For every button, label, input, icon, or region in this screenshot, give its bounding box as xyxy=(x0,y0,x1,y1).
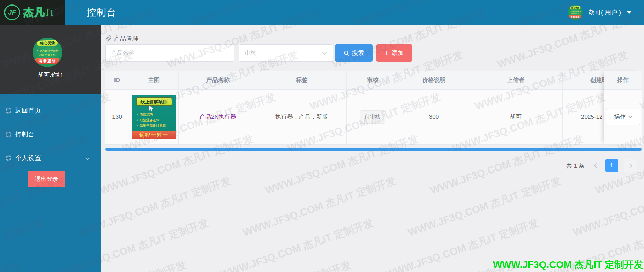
check-icon: ✓ xyxy=(136,118,139,122)
sidebar-profile-section: 核心优势 ✓ 架构设计全解析 思路一目了然 清晰逻辑 胡可,你好 xyxy=(0,25,101,94)
pagination-prev-icon[interactable] xyxy=(594,163,599,168)
fixed-action-column: 操作 操作 xyxy=(604,71,642,145)
chevron-down-icon xyxy=(85,156,90,160)
product-table: ID 主图 产品名称 标签 审核 价格说明 上传者 创建时间 130 线上讲解项… xyxy=(105,71,642,145)
brand-logo[interactable]: JF 杰凡IT xyxy=(0,0,65,25)
sidebar-avatar: 核心优势 ✓ 架构设计全解析 思路一目了然 清晰逻辑 xyxy=(33,38,62,67)
audit-status-badge: 待审核 xyxy=(360,110,385,124)
dashboard-icon xyxy=(5,155,12,161)
search-icon xyxy=(343,50,349,56)
dashboard-icon xyxy=(5,107,12,114)
pagination-next-icon[interactable] xyxy=(624,159,637,172)
col-header-uploader: 上传者 xyxy=(469,71,563,90)
user-name: 胡可( 用户 ) xyxy=(589,8,621,17)
logout-button[interactable]: 退出登录 xyxy=(28,171,65,187)
product-name-link[interactable]: 产品2N执行器 xyxy=(199,113,236,121)
col-header-price: 价格说明 xyxy=(399,71,469,90)
cell-product-name: 产品2N执行器 xyxy=(179,90,257,145)
cursor-icon xyxy=(149,105,154,112)
sidebar-greeting: 胡可,你好 xyxy=(0,71,101,79)
pagination-page-1[interactable]: 1 xyxy=(605,159,618,172)
page-header-title: 控制台 xyxy=(87,0,117,25)
sidebar-menu: 返回首页 控制台 个人设置 退出登录 xyxy=(0,94,101,272)
top-header: JF 杰凡IT 控制台 核心优势 ✓ 架构设计全解析 思路一目了然 清晰逻辑 胡… xyxy=(0,0,644,25)
table-row: 130 线上讲解项目 ✓看懂源码 ✓理清业务逻辑 ✓清晰呈现设计思路 远程一对一… xyxy=(105,90,642,145)
user-menu[interactable]: 核心优势 ✓ 架构设计全解析 思路一目了然 清晰逻辑 胡可( 用户 ) xyxy=(568,0,632,25)
table-header-row: ID 主图 产品名称 标签 审核 价格说明 上传者 创建时间 xyxy=(105,71,642,90)
cell-uploader: 胡可 xyxy=(469,90,563,145)
row-action-dropdown[interactable]: 操作 xyxy=(606,109,640,125)
chevron-down-icon xyxy=(322,50,327,55)
plus-icon: + xyxy=(385,49,389,56)
add-button[interactable]: + 添加 xyxy=(376,44,412,62)
cell-price: 300 xyxy=(399,90,469,145)
cell-audit: 待审核 xyxy=(347,90,399,145)
app-root: JF 杰凡IT 控制台 核心优势 ✓ 架构设计全解析 思路一目了然 清晰逻辑 胡… xyxy=(0,0,644,272)
pagination: 共 1 条 1 xyxy=(566,159,637,172)
cell-tags: 执行器，产品，新版 xyxy=(257,90,347,145)
user-avatar: 核心优势 ✓ 架构设计全解析 思路一目了然 清晰逻辑 xyxy=(568,5,583,20)
col-header-audit: 审核 xyxy=(347,71,399,90)
sidebar-item-console[interactable]: 控制台 xyxy=(0,125,101,144)
check-icon: ✓ xyxy=(36,49,39,52)
product-name-input[interactable] xyxy=(105,44,234,62)
breadcrumb: 产品管理 xyxy=(105,34,139,43)
pagination-total: 共 1 条 xyxy=(566,162,585,170)
brand-logo-monogram: JF xyxy=(4,4,20,20)
col-header-id: ID xyxy=(105,71,129,90)
paperclip-icon xyxy=(105,35,111,42)
col-header-name: 产品名称 xyxy=(179,71,257,90)
chevron-down-icon xyxy=(628,114,632,118)
check-icon: ✓ xyxy=(569,11,570,12)
product-thumbnail[interactable]: 线上讲解项目 ✓看懂源码 ✓理清业务逻辑 ✓清晰呈现设计思路 远程一对一 xyxy=(132,95,176,139)
horizontal-scrollbar[interactable] xyxy=(105,148,642,151)
dashboard-icon xyxy=(5,131,12,138)
cell-id: 130 xyxy=(105,90,129,145)
col-header-image: 主图 xyxy=(129,71,179,90)
sidebar-item-settings[interactable]: 个人设置 xyxy=(0,148,101,168)
search-toolbar: 审核 搜索 + 添加 xyxy=(105,44,412,62)
check-icon: ✓ xyxy=(136,124,139,127)
search-button[interactable]: 搜索 xyxy=(335,44,373,62)
main-content: 产品管理 审核 搜索 + 添加 ID 主图 产品名称 标签 审核 xyxy=(101,25,644,272)
audit-select[interactable]: 审核 xyxy=(239,44,333,62)
brand-logo-text: 杰凡IT xyxy=(23,6,56,20)
check-icon: ✓ xyxy=(136,113,139,116)
cell-image: 线上讲解项目 ✓看懂源码 ✓理清业务逻辑 ✓清晰呈现设计思路 远程一对一 xyxy=(129,90,179,145)
sidebar-item-home[interactable]: 返回首页 xyxy=(0,101,101,120)
col-header-action: 操作 xyxy=(604,71,642,90)
poster-feature-list: ✓看懂源码 ✓理清业务逻辑 ✓清晰呈现设计思路 xyxy=(136,112,166,128)
col-header-tags: 标签 xyxy=(257,71,347,90)
chevron-down-icon xyxy=(627,11,632,14)
page-title: 产品管理 xyxy=(114,34,139,43)
